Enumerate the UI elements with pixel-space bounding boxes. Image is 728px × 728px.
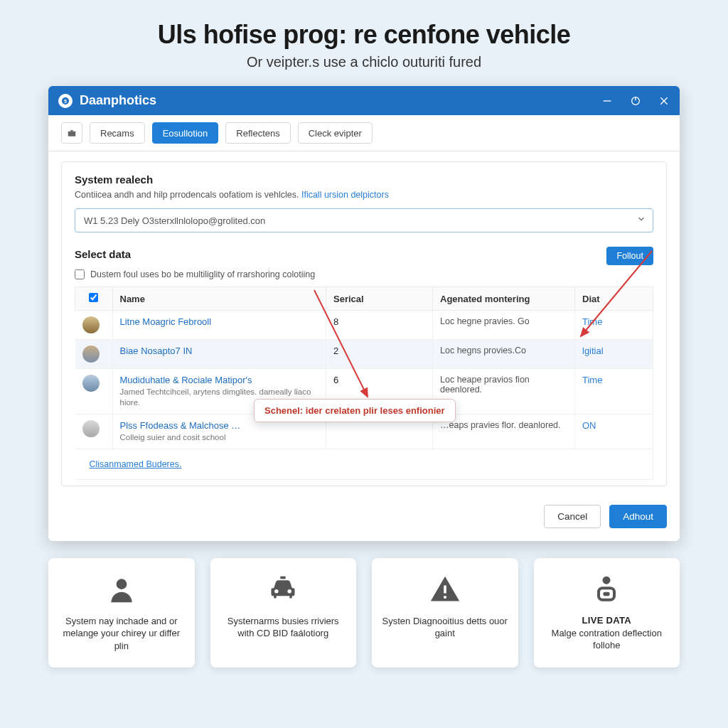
row-monitoring: Loc hegns provies.Co: [433, 340, 575, 369]
row-secondary: Colleig suier and cosit school: [120, 432, 241, 443]
data-table: Name Serical Agenated montering Diat Lit…: [75, 287, 653, 480]
card-systemarms[interactable]: Systernarms busies rriviers with CD BID …: [210, 558, 357, 668]
tab-label: Reflectens: [236, 128, 279, 139]
page-header: Uls hofise prog: re cenfone vehicle Or v…: [0, 0, 728, 77]
col-diat: Diat: [575, 287, 653, 311]
row-diat[interactable]: ON: [582, 420, 596, 431]
system-realech-subtitle: Contiicea andh and hilp prrodencals oofa…: [75, 190, 653, 200]
window-controls: [601, 95, 670, 107]
briefcase-icon[interactable]: [61, 122, 82, 144]
expand-link[interactable]: Clisanmamed Buderes.: [82, 455, 189, 473]
row-serical: 2: [326, 340, 433, 369]
row-name: Plss Ffodeass & Malchose …: [120, 420, 241, 431]
error-tooltip: Schenel: ider crelaten plir leses enfion…: [254, 399, 456, 422]
row-name: Mudiduhatle & Rociale Matipor's: [120, 375, 319, 385]
multiligility-checkbox[interactable]: [75, 269, 85, 279]
toolbar: Recams Eosullotion Reflectens Cleck evip…: [48, 115, 680, 151]
page-subtitle: Or veipter.s use a chiclo outuriti fured: [14, 54, 714, 70]
row-name: Litne Moagric Febrooll: [120, 316, 212, 327]
svg-point-7: [116, 579, 127, 589]
tab-cleck-evipter[interactable]: Cleck evipter: [298, 122, 373, 144]
warning-icon: [429, 574, 461, 605]
cancel-button[interactable]: Cancel: [544, 505, 601, 528]
feature-cards: System nay inchade and or melange your c…: [0, 541, 728, 668]
about-button[interactable]: Adhout: [609, 505, 667, 528]
select-data-title: Select data: [75, 248, 131, 260]
card-diagnostics[interactable]: Systen Diagnooitius detts ouor gaint: [372, 558, 518, 668]
checkbox-label: Dustem foul uses bo be multiliglity of r…: [90, 269, 315, 279]
col-name: Name: [112, 287, 326, 311]
tab-reflectens[interactable]: Reflectens: [225, 122, 290, 144]
app-title: Daanphotics: [80, 93, 601, 108]
card-text: Systen Diagnooitius detts ouor gaint: [382, 615, 508, 640]
power-icon[interactable]: [630, 95, 641, 107]
svg-text:5: 5: [64, 98, 67, 103]
subtitle-text: Contiicea andh and hilp prrodencals oofa…: [75, 190, 301, 200]
table-row[interactable]: Biae Nosapto7 IN 2 Loc hegns provies.Co …: [75, 340, 653, 369]
tab-label: Eosullotion: [163, 128, 208, 139]
card-text: System nay inchade and or melange your c…: [58, 615, 185, 653]
select-data-header: Select data Follout: [75, 247, 653, 265]
titlebar: 5 Daanphotics: [48, 86, 680, 115]
card-text: Malge contration deflection follohe: [544, 627, 670, 652]
col-monitoring: Agenated montering: [433, 287, 575, 311]
minimize-button[interactable]: [601, 95, 613, 107]
vehicle-select-input[interactable]: [75, 208, 653, 232]
close-button[interactable]: [658, 95, 670, 107]
app-window: 5 Daanphotics Recams Eosullotion Reflect…: [48, 86, 680, 541]
camera-icon: [591, 574, 622, 605]
expand-row: Clisanmamed Buderes.: [75, 449, 653, 479]
svg-rect-8: [281, 576, 286, 579]
row-monitoring: Loc hegne pravies. Go: [433, 311, 575, 340]
vehicle-select[interactable]: [75, 208, 653, 232]
svg-rect-4: [635, 97, 636, 100]
app-icon: 5: [58, 94, 73, 108]
tab-eosullotion[interactable]: Eosullotion: [152, 122, 219, 144]
svg-rect-6: [70, 130, 73, 132]
svg-rect-2: [604, 100, 611, 101]
avatar: [82, 346, 100, 363]
select-all-checkbox[interactable]: [89, 293, 98, 302]
col-serical: Serical: [326, 287, 433, 311]
row-diat[interactable]: Time: [582, 375, 602, 385]
card-live-data[interactable]: LIVE DATA Malge contration deflection fo…: [534, 558, 680, 668]
subtitle-link[interactable]: Ificall ursion delpictors: [301, 190, 389, 200]
svg-rect-11: [604, 592, 610, 596]
svg-point-9: [603, 576, 611, 584]
person-icon: [106, 574, 137, 605]
table-row[interactable]: Litne Moagric Febrooll 8 Loc hegne pravi…: [75, 311, 653, 340]
row-name: Biae Nosapto7 IN: [120, 346, 193, 356]
follout-button[interactable]: Follout: [606, 247, 653, 265]
avatar: [82, 316, 100, 333]
card-text: Systernarms busies rriviers with CD BID …: [220, 615, 347, 640]
col-checkbox: [75, 287, 113, 311]
avatar: [82, 420, 100, 437]
svg-rect-5: [68, 132, 76, 136]
main-panel: System realech Contiicea andh and hilp p…: [61, 161, 667, 486]
avatar: [82, 375, 100, 392]
system-realech-title: System realech: [75, 173, 653, 186]
tab-label: Recams: [100, 128, 134, 139]
card-title: LIVE DATA: [582, 615, 631, 626]
car-icon: [267, 574, 299, 605]
footer-buttons: Cancel Adhout: [48, 496, 680, 541]
row-diat[interactable]: Time: [582, 316, 602, 327]
card-system-include[interactable]: System nay inchade and or melange your c…: [48, 558, 195, 668]
tab-recams[interactable]: Recams: [90, 122, 145, 144]
row-serical: 8: [326, 311, 433, 340]
row-diat[interactable]: lgitial: [582, 346, 604, 356]
tab-label: Cleck evipter: [309, 128, 362, 139]
table-header-row: Name Serical Agenated montering Diat: [75, 287, 653, 311]
multiligility-checkbox-row[interactable]: Dustem foul uses bo be multiliglity of r…: [75, 269, 653, 279]
page-title: Uls hofise prog: re cenfone vehicle: [14, 20, 714, 50]
